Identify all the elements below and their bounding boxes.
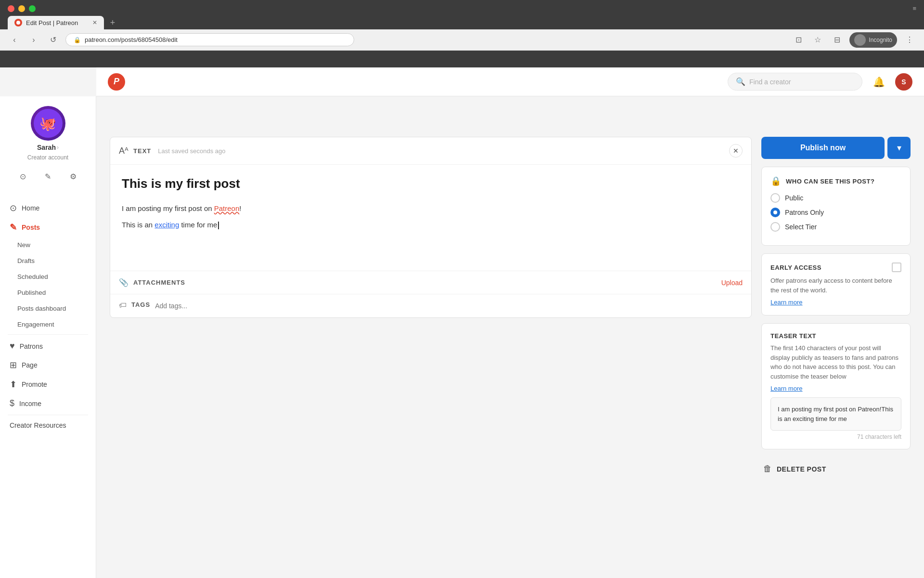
sidebar-user-arrow: › xyxy=(57,144,59,151)
publish-dropdown-button[interactable]: ▾ xyxy=(887,137,911,159)
active-tab[interactable]: Edit Post | Patreon ✕ xyxy=(8,16,104,29)
sidebar-item-income[interactable]: $ Income xyxy=(0,394,96,413)
browser-menu-icon[interactable]: ⋮ xyxy=(903,33,916,47)
sidebar-item-creator-resources[interactable]: Creator Resources xyxy=(0,417,96,434)
post-close-button[interactable]: ✕ xyxy=(729,144,743,158)
sidebar-creator-resources-label: Creator Resources xyxy=(10,421,66,429)
radio-patrons-only-circle xyxy=(770,208,780,217)
publish-now-button[interactable]: Publish now xyxy=(761,137,885,159)
post-line2-prefix: This is an xyxy=(122,221,154,229)
traffic-light-green[interactable] xyxy=(29,5,36,12)
publish-bar: Publish now ▾ xyxy=(761,137,911,159)
post-card-header: Aᴬ TEXT Last saved seconds ago ✕ xyxy=(110,137,751,165)
sidebar-item-posts[interactable]: ✎ Posts xyxy=(0,218,96,237)
early-access-section: EARLY ACCESS Offer patrons early access … xyxy=(761,253,911,315)
sidebar-sub-published[interactable]: Published xyxy=(0,285,96,301)
sidebar-drafts-label: Drafts xyxy=(17,257,35,264)
trash-icon: 🗑 xyxy=(763,464,772,474)
incognito-area: Incognito xyxy=(849,32,897,48)
sidebar-item-home[interactable]: ⊙ Home xyxy=(0,198,96,218)
ea-learn-more-link[interactable]: Learn more xyxy=(770,299,802,306)
upload-button[interactable]: Upload xyxy=(721,279,743,287)
teaser-section: TEASER TEXT The first 140 characters of … xyxy=(761,323,911,449)
post-saved-label: Last saved seconds ago xyxy=(158,147,225,155)
sidebar-page-label: Page xyxy=(22,361,38,369)
ea-title: EARLY ACCESS xyxy=(770,264,821,271)
post-body[interactable]: This is my first post I am posting my fi… xyxy=(110,165,751,271)
post-line2-suffix: time for me xyxy=(179,221,217,229)
teaser-title: TEASER TEXT xyxy=(770,332,901,340)
radio-public-label: Public xyxy=(785,194,803,202)
ea-header: EARLY ACCESS xyxy=(770,263,901,272)
posts-icon: ✎ xyxy=(10,222,17,233)
visibility-header: 🔒 WHO CAN SEE THIS POST? xyxy=(770,176,901,186)
address-text: patreon.com/posts/68054508/edit xyxy=(85,36,178,43)
sidebar-home-icon-btn[interactable]: ⊙ xyxy=(14,168,32,185)
sidebar-engagement-label: Engagement xyxy=(17,321,54,328)
sidebar-icon-row: ⊙ ✎ ⚙ xyxy=(14,168,82,185)
page-wrapper: ≡ Edit Post | Patreon ✕ + ‹ › ↺ 🔒 patreo… xyxy=(0,0,924,578)
incognito-avatar xyxy=(854,34,866,46)
sidebar-creator-label: Creator account xyxy=(27,154,68,161)
sidebar-scheduled-label: Scheduled xyxy=(17,273,48,280)
address-input[interactable]: 🔒 patreon.com/posts/68054508/edit xyxy=(65,33,354,46)
sidebar-sub-drafts[interactable]: Drafts xyxy=(0,253,96,269)
sidebar-sub-engagement[interactable]: Engagement xyxy=(0,316,96,332)
post-line-2: This is an exciting time for me xyxy=(122,219,740,231)
teaser-description: The first 140 characters of your post wi… xyxy=(770,343,901,381)
tab-close-button[interactable]: ✕ xyxy=(92,19,97,26)
radio-select-tier[interactable]: Select Tier xyxy=(770,222,901,232)
tags-icon: 🏷 xyxy=(119,301,127,310)
avatar-inner: 🐙 xyxy=(34,109,63,138)
window-expand-icon[interactable]: ≡ xyxy=(912,5,916,12)
editor-area: Aᴬ TEXT Last saved seconds ago ✕ This is… xyxy=(110,137,752,566)
cast-icon[interactable]: ⊡ xyxy=(792,33,805,47)
sidebar-nav: ⊙ Home ✎ Posts New Drafts Scheduled Publ xyxy=(0,198,96,578)
traffic-light-yellow[interactable] xyxy=(18,5,25,12)
early-access-checkbox[interactable] xyxy=(892,263,901,272)
sidebar-item-page[interactable]: ⊞ Page xyxy=(0,355,96,375)
text-format-icon: Aᴬ xyxy=(119,145,128,156)
radio-select-tier-circle xyxy=(770,222,780,232)
delete-section[interactable]: 🗑 DELETE POST xyxy=(761,457,911,481)
attachments-section: 📎 ATTACHMENTS Upload xyxy=(110,271,751,294)
sidebar-edit-icon-btn[interactable]: ✎ xyxy=(39,168,57,185)
radio-patrons-only[interactable]: Patrons Only xyxy=(770,208,901,217)
sidebar-item-promote[interactable]: ⬆ Promote xyxy=(0,375,96,394)
sidebar-item-patrons[interactable]: ♥ Patrons xyxy=(0,337,96,355)
sidebar-published-label: Published xyxy=(17,289,46,296)
post-line-1: I am posting my first post on Patreon! xyxy=(122,203,740,214)
sidebar-promote-label: Promote xyxy=(22,381,47,388)
star-icon[interactable]: ☆ xyxy=(811,33,824,47)
new-tab-button[interactable]: + xyxy=(106,16,119,29)
sidebar-settings-icon-btn[interactable]: ⚙ xyxy=(64,168,82,185)
lock-icon: 🔒 xyxy=(74,37,81,43)
radio-select-tier-label: Select Tier xyxy=(785,223,817,231)
sidebar-sub-scheduled[interactable]: Scheduled xyxy=(0,269,96,285)
sidebar-sub-posts-dashboard[interactable]: Posts dashboard xyxy=(0,301,96,316)
sidebar-patrons-label: Patrons xyxy=(20,342,43,350)
reload-button[interactable]: ↺ xyxy=(46,33,60,47)
tags-input[interactable] xyxy=(155,301,743,311)
sidebar-posts-label: Posts xyxy=(22,223,40,231)
back-button[interactable]: ‹ xyxy=(8,33,21,47)
radio-public-circle xyxy=(770,193,780,203)
traffic-light-red[interactable] xyxy=(8,5,14,12)
attachment-icon: 📎 xyxy=(119,278,128,287)
radio-public[interactable]: Public xyxy=(770,193,901,203)
post-line1-link: Patreon xyxy=(214,204,240,212)
teaser-preview-box[interactable]: I am posting my first post on Patreon!Th… xyxy=(770,397,901,431)
post-card: Aᴬ TEXT Last saved seconds ago ✕ This is… xyxy=(110,137,752,318)
right-panel: Publish now ▾ 🔒 WHO CAN SEE THIS POST? P… xyxy=(761,137,911,566)
browser-chrome: ≡ Edit Post | Patreon ✕ + ‹ › ↺ 🔒 patreo… xyxy=(0,0,924,67)
sidebar-user-name: Sarah xyxy=(37,144,56,151)
sidebar-sub-new[interactable]: New xyxy=(0,237,96,253)
forward-button[interactable]: › xyxy=(27,33,40,47)
post-title: This is my first post xyxy=(122,176,740,191)
teaser-learn-more-link[interactable]: Learn more xyxy=(770,385,802,392)
tab-search-icon[interactable]: ⊟ xyxy=(830,33,844,47)
attachments-label: ATTACHMENTS xyxy=(133,279,185,286)
radio-patrons-only-label: Patrons Only xyxy=(785,209,824,216)
sidebar-income-label: Income xyxy=(19,400,41,407)
income-icon: $ xyxy=(10,398,14,408)
